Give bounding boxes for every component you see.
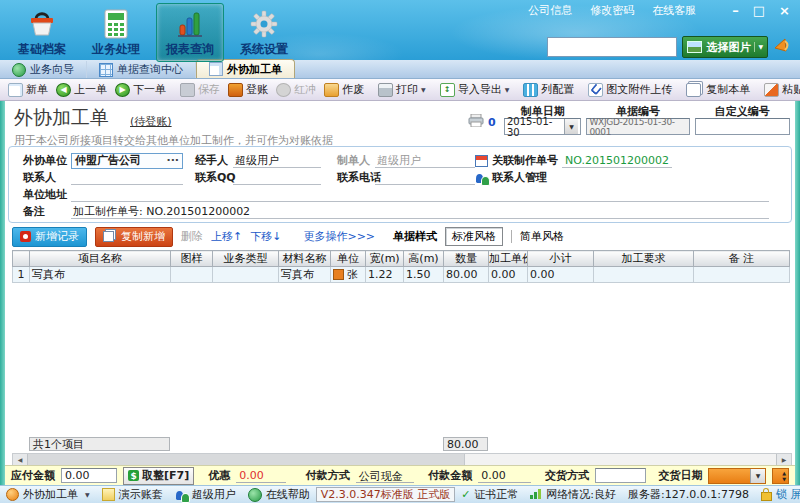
- paste-screenshot-button[interactable]: 粘贴截图: [760, 82, 800, 97]
- style-simple-button[interactable]: 简单风格: [520, 229, 564, 244]
- version-badge: V2.3.0.347标准版 正式版: [316, 487, 456, 502]
- new-order-button[interactable]: 新单: [4, 82, 52, 97]
- table-icon: [99, 63, 113, 77]
- chevron-down-icon[interactable]: ▼: [754, 42, 763, 52]
- style-standard-button[interactable]: 标准风格: [445, 227, 503, 246]
- contact-input[interactable]: [71, 170, 183, 185]
- statusbar-certificate: ✓ 证书正常: [461, 487, 518, 502]
- move-down-button[interactable]: 下移↓: [250, 229, 281, 244]
- table-header-row: 项目名称 图样 业务类型 材料名称 单位 宽(m) 高(m) 数量 加工单价 小…: [13, 251, 790, 267]
- pay-method-label: 付款方式: [306, 468, 350, 483]
- supplier-input[interactable]: 仲盟广告公司 ···: [71, 153, 183, 169]
- cell-material[interactable]: 写真布: [279, 267, 331, 283]
- payable-input[interactable]: 0.00: [61, 468, 117, 483]
- minimize-button[interactable]: –: [732, 4, 739, 18]
- right-accent-strip: [795, 101, 800, 485]
- spin-down-icon[interactable]: ▼: [782, 476, 788, 482]
- copy-add-button[interactable]: 复制新增: [95, 227, 173, 247]
- cell-qty[interactable]: 80.00: [444, 267, 489, 283]
- signal-icon: [530, 488, 542, 502]
- maximize-button[interactable]: □: [753, 4, 765, 18]
- statusbar-server: 服务器:127.0.0.1:7798: [628, 487, 749, 502]
- cell-project[interactable]: 写真布: [30, 267, 171, 283]
- print-button[interactable]: 打印▼: [374, 82, 430, 97]
- address-input[interactable]: [71, 187, 769, 202]
- image-path-input[interactable]: [547, 37, 677, 57]
- import-export-button[interactable]: ↕导入导出▼: [436, 82, 514, 97]
- nav-item-base-files[interactable]: 基础档案: [8, 3, 76, 62]
- summary-item-count: 共1个项目: [29, 437, 170, 451]
- nav-item-business[interactable]: 业务处理: [82, 3, 150, 62]
- phone-input[interactable]: [375, 170, 475, 185]
- cell-biztype[interactable]: [213, 267, 279, 283]
- round-button[interactable]: $ 取整[F7]: [123, 467, 194, 485]
- online-service-link[interactable]: 在线客服: [652, 3, 696, 18]
- date-input[interactable]: 2015-01-30 ▼: [504, 118, 581, 135]
- discount-input[interactable]: 0.00: [236, 469, 286, 483]
- cell-pattern[interactable]: [171, 267, 213, 283]
- delivery-date-spinner[interactable]: ▲ ▼: [772, 468, 789, 484]
- close-button[interactable]: ×: [779, 4, 790, 18]
- cell-height[interactable]: 1.50: [404, 267, 444, 283]
- printer-icon: [378, 83, 393, 97]
- change-password-link[interactable]: 修改密码: [590, 3, 634, 18]
- chevron-down-icon[interactable]: ▼: [750, 469, 765, 483]
- discount-label: 优惠: [208, 468, 230, 483]
- scroll-right-button[interactable]: ▶: [776, 454, 791, 465]
- nav-item-settings[interactable]: 系统设置: [230, 3, 298, 62]
- tab-document-query-center[interactable]: 单据查询中心: [87, 61, 196, 78]
- print-count: 0: [488, 116, 496, 129]
- items-table: 项目名称 图样 业务类型 材料名称 单位 宽(m) 高(m) 数量 加工单价 小…: [12, 250, 790, 283]
- scrollbar-thumb[interactable]: [28, 454, 465, 465]
- tabbar: 业务向导 单据查询中心 外协加工单: [0, 60, 800, 79]
- tab-business-wizard[interactable]: 业务向导: [0, 61, 87, 78]
- next-order-button[interactable]: ▶下一单: [111, 82, 170, 97]
- attachment-upload-button[interactable]: 图文附件上传: [584, 82, 676, 97]
- qq-input[interactable]: [233, 170, 321, 185]
- nav-item-reports[interactable]: 报表查询: [156, 3, 224, 62]
- table-row: 1 写真布 写真布 张 1.22 1.50 80.00 0.00 0.00: [13, 267, 790, 283]
- lock-screen-button[interactable]: 锁 屏: [761, 487, 800, 502]
- delivery-date-select[interactable]: ▼: [708, 468, 766, 484]
- user-icon: [175, 489, 188, 501]
- basket-icon: [9, 6, 75, 39]
- chevron-down-icon[interactable]: ▼: [564, 119, 579, 134]
- cell-price[interactable]: 0.00: [489, 267, 528, 283]
- nav-label: 系统设置: [231, 41, 297, 58]
- custom-no-label: 自定义编号: [695, 104, 790, 118]
- cell-width[interactable]: 1.22: [366, 267, 404, 283]
- void-button[interactable]: 作废: [320, 82, 368, 97]
- column-config-button[interactable]: 列配置: [519, 82, 578, 97]
- contact-management-link[interactable]: 联系人管理: [492, 170, 547, 185]
- paid-amount-label: 付款金额: [428, 468, 472, 483]
- post-account-button[interactable]: 登账: [224, 82, 272, 97]
- remark-input[interactable]: 加工制作单号: NO.201501200002: [71, 204, 769, 219]
- cell-requirements[interactable]: [594, 267, 694, 283]
- pay-method-input[interactable]: 公司现金: [356, 469, 415, 483]
- add-record-button[interactable]: 新增记录: [12, 227, 87, 247]
- paid-amount-input[interactable]: 0.00: [478, 469, 531, 483]
- statusbar-online-help[interactable]: 在线帮助: [248, 487, 310, 502]
- handler-input[interactable]: 超级用户: [233, 153, 321, 168]
- cell-unit[interactable]: 张: [331, 267, 366, 283]
- move-up-button[interactable]: 上移↑: [211, 229, 242, 244]
- statusbar-doc-type[interactable]: 外协加工单 ▼: [6, 487, 90, 502]
- lookup-ellipsis-button[interactable]: ···: [166, 154, 179, 167]
- prev-arrow-icon: ◀: [56, 83, 71, 97]
- summary-qty-total: 80.00: [443, 437, 488, 451]
- cell-note[interactable]: [694, 267, 790, 283]
- doc-status-link[interactable]: (待登账): [130, 114, 172, 129]
- linked-order-value[interactable]: NO.201501200002: [562, 154, 672, 168]
- more-operations-button[interactable]: 更多操作>>>: [303, 229, 375, 244]
- choose-image-button[interactable]: 选择图片 ▼: [682, 36, 768, 58]
- globe-icon: [12, 63, 26, 77]
- statusbar-account-set: 演示账套: [102, 487, 163, 502]
- copy-order-button[interactable]: 复制本单: [682, 82, 754, 97]
- import-export-icon: ↕: [440, 83, 455, 97]
- delivery-method-input[interactable]: [595, 468, 647, 483]
- previous-order-button[interactable]: ◀上一单: [52, 82, 111, 97]
- col-rownum: [13, 251, 30, 267]
- scroll-left-button[interactable]: ◀: [13, 454, 28, 465]
- custom-no-input[interactable]: [695, 118, 790, 135]
- company-info-link[interactable]: 公司信息: [528, 3, 572, 18]
